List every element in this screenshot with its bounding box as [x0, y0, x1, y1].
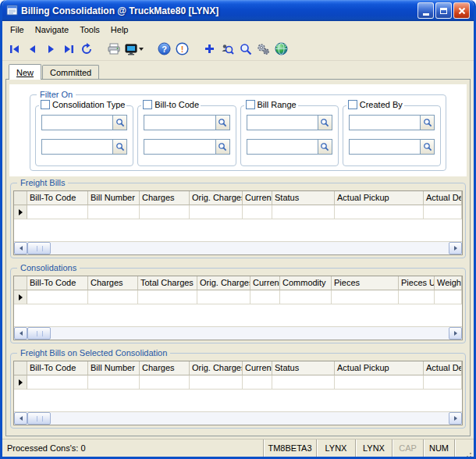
lookup-button-1[interactable]: [420, 116, 434, 130]
column-header[interactable]: Weight: [435, 276, 462, 290]
scroll-right-button[interactable]: [449, 412, 462, 425]
horizontal-scrollbar[interactable]: [14, 241, 462, 254]
lookup-button-1[interactable]: [215, 116, 229, 130]
column-header[interactable]: Commodity: [280, 276, 332, 290]
column-header[interactable]: Charges: [140, 191, 190, 205]
lookup-button-2[interactable]: [318, 140, 332, 154]
horizontal-scrollbar[interactable]: [14, 326, 462, 340]
lookup-button-2[interactable]: [215, 140, 229, 154]
grid-cell[interactable]: [190, 205, 243, 219]
grid-cell[interactable]: [88, 205, 140, 219]
row-selector-cell[interactable]: [14, 205, 27, 219]
filter-text-input-1[interactable]: [144, 116, 215, 130]
close-button[interactable]: [453, 2, 470, 19]
filter-text-input-2[interactable]: [350, 140, 420, 154]
column-header[interactable]: Currency: [250, 276, 280, 290]
web-button[interactable]: [272, 40, 290, 59]
grid-cell[interactable]: [190, 375, 243, 390]
grid-cell[interactable]: [272, 375, 335, 390]
column-header[interactable]: Charges: [140, 361, 190, 375]
column-header[interactable]: Orig. Charges: [197, 276, 250, 290]
titlebar[interactable]: Billing Consolidation @ TruckMate80 [LYN…: [2, 0, 474, 21]
column-header[interactable]: Status: [272, 361, 335, 375]
grid-cell[interactable]: [335, 375, 424, 390]
last-record-button[interactable]: [59, 40, 77, 59]
search-button[interactable]: [236, 40, 254, 59]
scroll-right-button[interactable]: [449, 242, 462, 254]
screen-view-button[interactable]: [123, 40, 146, 59]
filter-checkbox[interactable]: [41, 100, 50, 109]
column-header[interactable]: Actual Delive: [424, 361, 462, 375]
grid-cell[interactable]: [250, 290, 280, 304]
horizontal-scrollbar[interactable]: [14, 411, 462, 425]
scroll-right-button[interactable]: [449, 327, 462, 340]
print-button[interactable]: [105, 40, 123, 59]
filter-checkbox[interactable]: [246, 100, 255, 109]
grid-cell[interactable]: [272, 205, 335, 219]
menu-item[interactable]: File: [5, 23, 30, 37]
next-record-button[interactable]: [41, 40, 59, 59]
column-header[interactable]: Pieces Units: [399, 276, 435, 290]
menu-item[interactable]: Tools: [74, 23, 105, 37]
filter-checkbox[interactable]: [348, 100, 357, 109]
column-header[interactable]: Actual Pickup: [335, 361, 424, 375]
filter-text-input-1[interactable]: [42, 116, 112, 130]
column-header[interactable]: Currency: [243, 361, 272, 375]
scrollbar-thumb[interactable]: [27, 242, 51, 254]
filter-checkbox[interactable]: [143, 100, 152, 109]
lookup-button-1[interactable]: [112, 116, 126, 130]
filter-text-input-1[interactable]: [247, 116, 318, 130]
scrollbar-track[interactable]: [51, 327, 449, 340]
scroll-left-button[interactable]: [14, 412, 27, 425]
lookup-button-1[interactable]: [318, 116, 332, 130]
grid-cell[interactable]: [88, 290, 138, 304]
column-header[interactable]: Bill-To Code: [27, 276, 88, 290]
menu-item[interactable]: Help: [105, 23, 134, 37]
column-header[interactable]: Bill Number: [88, 191, 140, 205]
lookup-button-2[interactable]: [420, 140, 434, 154]
prior-record-button[interactable]: [23, 40, 41, 59]
grid-cell[interactable]: [140, 375, 190, 390]
grid-cell[interactable]: [435, 290, 462, 304]
column-header[interactable]: Status: [272, 191, 335, 205]
about-button[interactable]: !: [173, 40, 191, 59]
filter-text-input-2[interactable]: [247, 140, 318, 154]
scrollbar-track[interactable]: [51, 242, 449, 254]
lookup-button-2[interactable]: [112, 140, 126, 154]
tab-committed[interactable]: Committed: [42, 65, 99, 79]
grid-cell[interactable]: [335, 205, 424, 219]
filter-text-input-1[interactable]: [350, 116, 420, 130]
grid-cell[interactable]: [399, 290, 435, 304]
column-header[interactable]: Actual Delive: [424, 191, 462, 205]
grid-cell[interactable]: [424, 375, 462, 390]
grid-cell[interactable]: [280, 290, 332, 304]
scrollbar-thumb[interactable]: [27, 412, 51, 425]
scrollbar-track[interactable]: [51, 412, 449, 425]
column-header[interactable]: Bill-To Code: [27, 191, 88, 205]
add-button[interactable]: [201, 40, 218, 59]
find-customer-button[interactable]: [218, 40, 236, 59]
grid-cell[interactable]: [424, 205, 462, 219]
resize-grip[interactable]: [470, 453, 471, 454]
tab-new[interactable]: New: [9, 64, 41, 80]
scrollbar-thumb[interactable]: [27, 327, 51, 340]
maximize-button[interactable]: [435, 2, 452, 19]
column-header[interactable]: Currency: [243, 191, 272, 205]
grid-cell[interactable]: [138, 290, 197, 304]
grid-cell[interactable]: [243, 205, 272, 219]
column-header[interactable]: Actual Pickup: [335, 191, 424, 205]
filter-text-input-2[interactable]: [42, 140, 112, 154]
row-selector-cell[interactable]: [14, 375, 27, 390]
grid-cell[interactable]: [140, 205, 190, 219]
column-header[interactable]: Orig. Charges: [190, 191, 243, 205]
scroll-left-button[interactable]: [14, 242, 27, 254]
scroll-left-button[interactable]: [14, 327, 27, 340]
grid-cell[interactable]: [88, 375, 140, 390]
grid-cell[interactable]: [27, 205, 88, 219]
column-header[interactable]: Pieces: [332, 276, 399, 290]
menu-item[interactable]: Navigate: [30, 23, 74, 37]
column-header[interactable]: Bill-To Code: [27, 361, 88, 375]
column-header[interactable]: Orig. Charges: [190, 361, 243, 375]
settings-button[interactable]: [254, 40, 272, 59]
grid-cell[interactable]: [27, 290, 88, 304]
